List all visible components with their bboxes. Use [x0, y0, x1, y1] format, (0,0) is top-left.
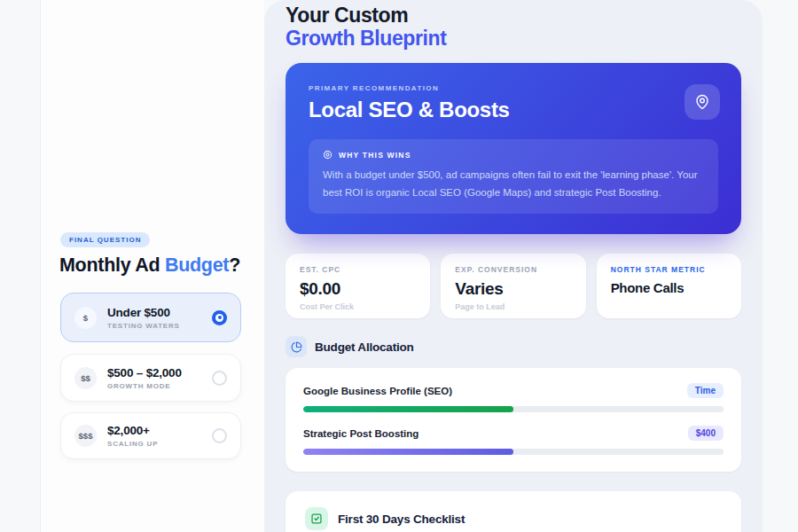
metric-sublabel: Page to Lead — [455, 302, 571, 311]
why-this-wins-text: With a budget under $500, ad campaigns o… — [323, 166, 704, 201]
option-text: $2,000+ SCALING UP — [107, 424, 158, 448]
blueprint-panel: Your Custom Growth Blueprint PRIMARY REC… — [264, 0, 763, 532]
quiz-question-title: Monthly Ad Budget? — [59, 254, 240, 277]
budget-option-2000-plus[interactable]: $$$ $2,000+ SCALING UP — [60, 412, 241, 459]
recommendation-eyebrow: PRIMARY RECOMMENDATION — [309, 84, 718, 92]
quiz-title-prefix: Monthly Ad — [59, 254, 165, 276]
budget-allocation-title: Budget Allocation — [315, 340, 414, 354]
budget-option-under-500[interactable]: $ Under $500 TESTING WATERS — [60, 293, 241, 342]
option-label: $2,000+ — [107, 424, 158, 437]
blueprint-title-line1: Your Custom — [286, 4, 741, 27]
option-text: Under $500 TESTING WATERS — [107, 306, 180, 330]
budget-option-500-2000[interactable]: $$ $500 – $2,000 GROWTH MODE — [60, 354, 241, 402]
radio-selected-icon[interactable] — [212, 310, 227, 325]
option-label: Under $500 — [107, 306, 180, 319]
budget-allocation-header: Budget Allocation — [286, 336, 741, 357]
checklist-title: First 30 Days Checklist — [338, 512, 465, 526]
metric-value: Phone Calls — [611, 280, 727, 295]
why-this-wins-label: WHY THIS WINS — [339, 151, 411, 160]
quiz-sidebar: FINAL QUESTION Monthly Ad Budget? $ Unde… — [41, 0, 264, 532]
progress-track — [303, 406, 724, 412]
allocation-badge: $400 — [688, 426, 724, 441]
metric-card-conversion: EXP. CONVERSION Varies Page to Lead — [441, 254, 585, 318]
target-icon — [323, 150, 332, 160]
quiz-title-highlight: Budget — [165, 254, 229, 276]
metric-label: NORTH STAR METRIC — [611, 265, 727, 274]
pie-chart-icon — [286, 336, 307, 357]
allocation-label: Google Business Profile (SEO) — [303, 386, 452, 396]
quiz-title-suffix: ? — [229, 254, 240, 276]
blueprint-title-line2: Growth Blueprint — [286, 27, 741, 50]
metric-label: EXP. CONVERSION — [455, 265, 571, 274]
double-dollar-icon: $$ — [74, 367, 97, 389]
allocation-badge: Time — [687, 383, 724, 398]
option-text: $500 – $2,000 GROWTH MODE — [107, 366, 182, 390]
recommendation-title: Local SEO & Boosts — [309, 98, 718, 122]
why-this-wins-header: WHY THIS WINS — [323, 150, 704, 160]
progress-track — [303, 449, 724, 455]
radio-unselected-icon[interactable] — [212, 428, 227, 443]
metric-sublabel: Cost Per Click — [300, 302, 416, 311]
map-pin-icon — [685, 84, 720, 120]
progress-fill-seo — [303, 406, 513, 412]
metric-value: Varies — [455, 279, 571, 299]
allocation-row: Google Business Profile (SEO) Time — [303, 383, 724, 398]
dollar-icon: $ — [74, 307, 97, 329]
allocation-row: Strategic Post Boosting $400 — [303, 426, 724, 441]
option-label: $500 – $2,000 — [107, 366, 182, 379]
metric-value: $0.00 — [300, 279, 416, 299]
checklist-header: First 30 Days Checklist — [305, 507, 722, 530]
metrics-row: EST. CPC $0.00 Cost Per Click EXP. CONVE… — [286, 254, 741, 318]
triple-dollar-icon: $$$ — [74, 425, 97, 447]
metric-card-north-star: NORTH STAR METRIC Phone Calls — [597, 254, 741, 318]
budget-allocation-card: Google Business Profile (SEO) Time Strat… — [286, 368, 741, 472]
option-sublabel: SCALING UP — [107, 440, 158, 448]
option-sublabel: TESTING WATERS — [107, 322, 180, 330]
allocation-label: Strategic Post Boosting — [303, 428, 419, 439]
progress-fill-boosting — [303, 449, 513, 455]
check-square-icon — [305, 507, 328, 530]
final-question-badge: FINAL QUESTION — [60, 232, 150, 247]
metric-card-cpc: EST. CPC $0.00 Cost Per Click — [286, 254, 430, 318]
first-30-days-checklist-card: First 30 Days Checklist Claim Google Bus… — [286, 491, 741, 532]
option-sublabel: GROWTH MODE — [107, 382, 182, 390]
radio-unselected-icon[interactable] — [212, 371, 227, 386]
primary-recommendation-card: PRIMARY RECOMMENDATION Local SEO & Boost… — [286, 63, 741, 234]
metric-label: EST. CPC — [300, 265, 416, 274]
why-this-wins-box: WHY THIS WINS With a budget under $500, … — [309, 139, 718, 214]
blueprint-title: Your Custom Growth Blueprint — [286, 4, 741, 50]
